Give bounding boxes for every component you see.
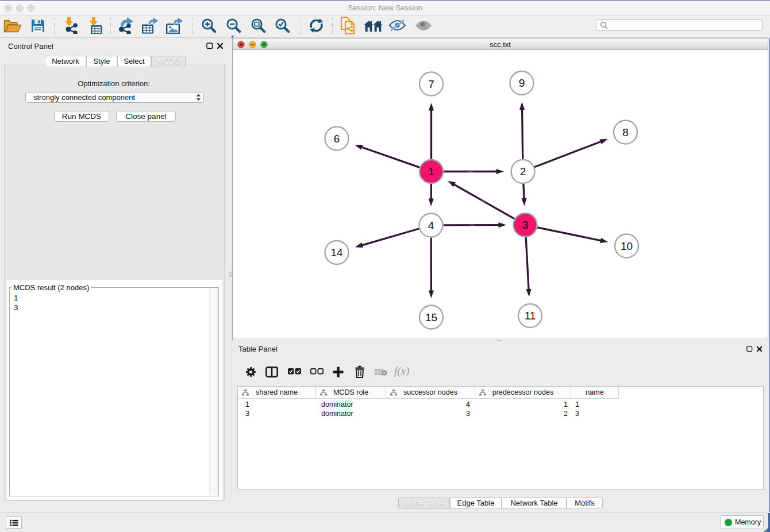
svg-text:7: 7 xyxy=(428,78,434,90)
svg-text:3: 3 xyxy=(522,219,529,231)
svg-text:11: 11 xyxy=(525,310,536,322)
svg-text:15: 15 xyxy=(425,311,437,323)
svg-text:6: 6 xyxy=(334,133,340,145)
svg-text:9: 9 xyxy=(519,77,525,89)
svg-text:2: 2 xyxy=(520,165,526,178)
svg-text:1: 1 xyxy=(428,165,434,178)
svg-text:14: 14 xyxy=(330,246,343,259)
svg-text:8: 8 xyxy=(622,126,629,138)
svg-text:10: 10 xyxy=(621,240,633,252)
svg-text:4: 4 xyxy=(428,219,434,232)
